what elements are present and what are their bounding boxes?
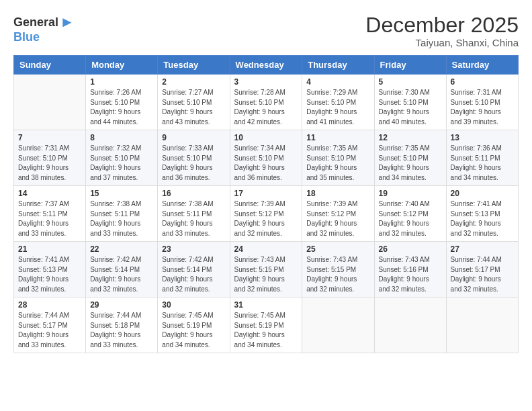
day-info: Sunrise: 7:40 AM Sunset: 5:12 PM Dayligh… — [379, 199, 442, 238]
calendar-cell: 21Sunrise: 7:41 AM Sunset: 5:13 PM Dayli… — [14, 242, 86, 298]
day-number: 20 — [451, 189, 514, 198]
calendar-cell: 1Sunrise: 7:26 AM Sunset: 5:10 PM Daylig… — [86, 75, 158, 130]
weekday-header-friday: Friday — [374, 56, 446, 75]
day-number: 21 — [18, 244, 81, 254]
day-info: Sunrise: 7:45 AM Sunset: 5:19 PM Dayligh… — [234, 311, 298, 350]
day-number: 30 — [162, 300, 225, 310]
day-number: 24 — [234, 244, 298, 254]
calendar-cell: 12Sunrise: 7:35 AM Sunset: 5:10 PM Dayli… — [374, 130, 446, 186]
day-number: 9 — [162, 133, 225, 142]
day-number: 1 — [90, 77, 153, 87]
day-info: Sunrise: 7:38 AM Sunset: 5:11 PM Dayligh… — [90, 199, 153, 238]
calendar-cell: 11Sunrise: 7:35 AM Sunset: 5:10 PM Dayli… — [302, 130, 374, 186]
calendar-cell: 28Sunrise: 7:44 AM Sunset: 5:17 PM Dayli… — [14, 298, 86, 353]
logo-blue-text: Blue — [13, 30, 40, 44]
day-number: 23 — [162, 244, 225, 254]
month-year-title: December 2025 — [365, 13, 519, 37]
day-info: Sunrise: 7:26 AM Sunset: 5:10 PM Dayligh… — [90, 88, 153, 127]
calendar-cell: 14Sunrise: 7:37 AM Sunset: 5:11 PM Dayli… — [14, 186, 86, 242]
logo-bird-icon: ► — [60, 13, 75, 31]
day-number: 7 — [18, 133, 81, 142]
day-number: 15 — [90, 189, 153, 198]
day-number: 19 — [379, 189, 442, 198]
day-number: 14 — [18, 189, 81, 198]
calendar-cell: 13Sunrise: 7:36 AM Sunset: 5:11 PM Dayli… — [446, 130, 518, 186]
weekday-header-saturday: Saturday — [446, 56, 518, 75]
day-info: Sunrise: 7:43 AM Sunset: 5:16 PM Dayligh… — [379, 255, 442, 294]
day-info: Sunrise: 7:44 AM Sunset: 5:17 PM Dayligh… — [18, 311, 81, 350]
calendar-cell: 16Sunrise: 7:38 AM Sunset: 5:11 PM Dayli… — [158, 186, 230, 242]
location-subtitle: Taiyuan, Shanxi, China — [365, 37, 519, 48]
calendar-cell: 20Sunrise: 7:41 AM Sunset: 5:13 PM Dayli… — [446, 186, 518, 242]
day-number: 29 — [90, 300, 153, 310]
day-info: Sunrise: 7:42 AM Sunset: 5:14 PM Dayligh… — [162, 255, 225, 294]
day-info: Sunrise: 7:32 AM Sunset: 5:10 PM Dayligh… — [90, 144, 153, 183]
day-number: 17 — [234, 189, 298, 198]
day-number: 16 — [162, 189, 225, 198]
logo-general-text: General — [13, 16, 58, 28]
day-number: 18 — [306, 189, 369, 198]
calendar-cell: 10Sunrise: 7:34 AM Sunset: 5:10 PM Dayli… — [230, 130, 302, 186]
day-info: Sunrise: 7:29 AM Sunset: 5:10 PM Dayligh… — [306, 88, 369, 127]
title-block: December 2025 Taiyuan, Shanxi, China — [365, 13, 519, 48]
day-info: Sunrise: 7:39 AM Sunset: 5:12 PM Dayligh… — [234, 199, 298, 238]
calendar-cell: 30Sunrise: 7:45 AM Sunset: 5:19 PM Dayli… — [158, 298, 230, 353]
day-number: 22 — [90, 244, 153, 254]
day-info: Sunrise: 7:43 AM Sunset: 5:15 PM Dayligh… — [306, 255, 369, 294]
day-number: 2 — [162, 77, 225, 87]
day-info: Sunrise: 7:34 AM Sunset: 5:10 PM Dayligh… — [234, 144, 298, 183]
day-number: 31 — [234, 300, 298, 310]
day-number: 10 — [234, 133, 298, 142]
day-info: Sunrise: 7:38 AM Sunset: 5:11 PM Dayligh… — [162, 199, 225, 238]
calendar-week-3: 14Sunrise: 7:37 AM Sunset: 5:11 PM Dayli… — [14, 186, 519, 242]
calendar-cell: 31Sunrise: 7:45 AM Sunset: 5:19 PM Dayli… — [230, 298, 302, 353]
calendar-cell: 25Sunrise: 7:43 AM Sunset: 5:15 PM Dayli… — [302, 242, 374, 298]
weekday-header-monday: Monday — [86, 56, 158, 75]
day-info: Sunrise: 7:35 AM Sunset: 5:10 PM Dayligh… — [379, 144, 442, 183]
weekday-header-thursday: Thursday — [302, 56, 374, 75]
day-info: Sunrise: 7:35 AM Sunset: 5:10 PM Dayligh… — [306, 144, 369, 183]
page-header: General ► Blue December 2025 Taiyuan, Sh… — [13, 13, 519, 48]
calendar-week-5: 28Sunrise: 7:44 AM Sunset: 5:17 PM Dayli… — [14, 298, 519, 353]
calendar-cell: 23Sunrise: 7:42 AM Sunset: 5:14 PM Dayli… — [158, 242, 230, 298]
day-info: Sunrise: 7:28 AM Sunset: 5:10 PM Dayligh… — [234, 88, 298, 127]
calendar-cell: 2Sunrise: 7:27 AM Sunset: 5:10 PM Daylig… — [158, 75, 230, 130]
calendar-cell: 19Sunrise: 7:40 AM Sunset: 5:12 PM Dayli… — [374, 186, 446, 242]
weekday-header-sunday: Sunday — [14, 56, 86, 75]
calendar-cell: 22Sunrise: 7:42 AM Sunset: 5:14 PM Dayli… — [86, 242, 158, 298]
calendar-cell — [14, 75, 86, 130]
weekday-header-tuesday: Tuesday — [158, 56, 230, 75]
day-info: Sunrise: 7:27 AM Sunset: 5:10 PM Dayligh… — [162, 88, 225, 127]
day-number: 11 — [306, 133, 369, 142]
day-number: 3 — [234, 77, 298, 87]
day-info: Sunrise: 7:39 AM Sunset: 5:12 PM Dayligh… — [306, 199, 369, 238]
day-info: Sunrise: 7:41 AM Sunset: 5:13 PM Dayligh… — [18, 255, 81, 294]
day-info: Sunrise: 7:31 AM Sunset: 5:10 PM Dayligh… — [18, 144, 81, 183]
calendar-cell: 15Sunrise: 7:38 AM Sunset: 5:11 PM Dayli… — [86, 186, 158, 242]
day-number: 26 — [379, 244, 442, 254]
calendar-week-1: 1Sunrise: 7:26 AM Sunset: 5:10 PM Daylig… — [14, 75, 519, 130]
weekday-header-wednesday: Wednesday — [230, 56, 302, 75]
day-number: 12 — [379, 133, 442, 142]
calendar-cell: 8Sunrise: 7:32 AM Sunset: 5:10 PM Daylig… — [86, 130, 158, 186]
calendar-cell: 3Sunrise: 7:28 AM Sunset: 5:10 PM Daylig… — [230, 75, 302, 130]
calendar-cell: 5Sunrise: 7:30 AM Sunset: 5:10 PM Daylig… — [374, 75, 446, 130]
day-number: 13 — [451, 133, 514, 142]
day-info: Sunrise: 7:31 AM Sunset: 5:10 PM Dayligh… — [451, 88, 514, 127]
day-number: 4 — [306, 77, 369, 87]
day-info: Sunrise: 7:44 AM Sunset: 5:17 PM Dayligh… — [451, 255, 514, 294]
day-number: 27 — [451, 244, 514, 254]
calendar-cell — [374, 298, 446, 353]
calendar-cell: 29Sunrise: 7:44 AM Sunset: 5:18 PM Dayli… — [86, 298, 158, 353]
calendar-cell — [302, 298, 374, 353]
day-info: Sunrise: 7:44 AM Sunset: 5:18 PM Dayligh… — [90, 311, 153, 350]
calendar-cell: 9Sunrise: 7:33 AM Sunset: 5:10 PM Daylig… — [158, 130, 230, 186]
calendar-cell: 27Sunrise: 7:44 AM Sunset: 5:17 PM Dayli… — [446, 242, 518, 298]
day-info: Sunrise: 7:30 AM Sunset: 5:10 PM Dayligh… — [379, 88, 442, 127]
calendar-cell: 17Sunrise: 7:39 AM Sunset: 5:12 PM Dayli… — [230, 186, 302, 242]
calendar-cell: 26Sunrise: 7:43 AM Sunset: 5:16 PM Dayli… — [374, 242, 446, 298]
day-info: Sunrise: 7:45 AM Sunset: 5:19 PM Dayligh… — [162, 311, 225, 350]
calendar-cell: 4Sunrise: 7:29 AM Sunset: 5:10 PM Daylig… — [302, 75, 374, 130]
weekday-header-row: SundayMondayTuesdayWednesdayThursdayFrid… — [14, 56, 519, 75]
calendar-week-2: 7Sunrise: 7:31 AM Sunset: 5:10 PM Daylig… — [14, 130, 519, 186]
